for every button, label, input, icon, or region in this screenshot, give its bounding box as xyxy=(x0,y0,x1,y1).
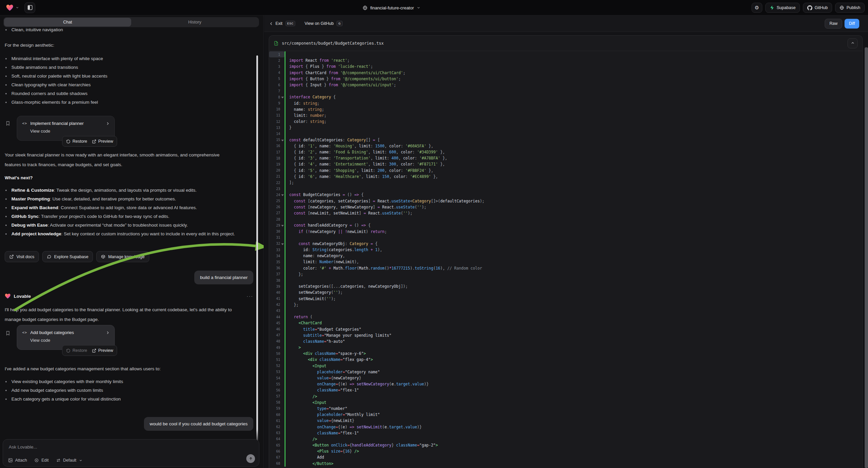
code-line: 28 xyxy=(269,216,862,222)
view-code-link[interactable]: View code xyxy=(17,126,115,134)
code-line: 57 /> xyxy=(269,393,862,400)
diff-toggle-button[interactable]: Diff xyxy=(844,19,859,29)
list-item: Subtle animations and transitions xyxy=(5,63,246,72)
code-line: 51 <div className="flex gap-4"> xyxy=(269,356,862,362)
restore-button[interactable]: Restore xyxy=(66,348,87,353)
code-line: 64 /> xyxy=(269,436,862,442)
whats-next-list: Refine & Customize: Tweak the design, an… xyxy=(5,186,240,238)
list-item: Master Prompting: Use clear, detailed, a… xyxy=(5,195,240,203)
code-line: 38 xyxy=(269,277,862,283)
raw-toggle-button[interactable]: Raw xyxy=(825,19,842,29)
file-header: src/components/budget/BudgetCategories.t… xyxy=(269,36,862,51)
assistant-paragraph: Your sleek financial planner is now read… xyxy=(5,150,221,170)
version-card-title: Implement financial planner xyxy=(30,121,84,126)
code-line: 6import { Input } from '@/components/ui/… xyxy=(269,82,862,88)
user-message-bubble: build a financial planner xyxy=(194,271,253,284)
file-path: src/components/budget/BudgetCategories.t… xyxy=(282,41,383,46)
code-line: 20 { id: '5', name: 'Shopping', limit: 2… xyxy=(269,168,862,174)
code-line: 41 setNewLimit(''); xyxy=(269,296,862,302)
github-button[interactable]: GitHub xyxy=(803,3,832,13)
code-line: 13} xyxy=(269,124,862,130)
code-lines: 12import React from 'react';3import { Pl… xyxy=(269,51,862,468)
supabase-button[interactable]: Supabase xyxy=(765,3,800,13)
code-line: 65 <Button onClick={handleAddCategory} c… xyxy=(269,442,862,448)
project-selector[interactable]: financial-future-creator xyxy=(362,0,421,16)
code-line: 56 className="flex-1" xyxy=(269,387,862,393)
list-item: Soft, neutral color palette with light b… xyxy=(5,72,246,81)
code-line: 49 > xyxy=(269,345,862,351)
view-on-github-button[interactable]: View on GitHub xyxy=(305,21,334,26)
explore-supabase-button[interactable]: Explore Supabase xyxy=(42,251,93,262)
bookmark-icon[interactable] xyxy=(5,120,10,126)
model-selector[interactable]: Default xyxy=(56,458,83,463)
logo-chevron-down-icon[interactable] xyxy=(16,6,19,9)
code-line: 44 return ( xyxy=(269,314,862,320)
bookmark-icon[interactable] xyxy=(5,330,10,336)
restore-button[interactable]: Restore xyxy=(66,139,87,144)
code-line: 46 title="Budget Categories" xyxy=(269,326,862,332)
chevron-right-icon[interactable] xyxy=(106,121,110,125)
code-line: 58 <Input xyxy=(269,400,862,406)
manage-knowledge-button[interactable]: Manage knowledge xyxy=(96,251,149,262)
chevron-up-icon xyxy=(850,41,855,45)
list-item: Debug with Ease: Activate our experiment… xyxy=(5,221,240,230)
list-item: View existing budget categories with the… xyxy=(5,377,246,386)
chevron-right-icon[interactable] xyxy=(106,331,110,335)
code-line: 48 className="h-auto" xyxy=(269,339,862,345)
code-line: 14 xyxy=(269,130,862,137)
list-item: Expand with Backend: Connect Supabase to… xyxy=(5,203,240,212)
code-line: 34 name: newCategory, xyxy=(269,253,862,259)
code-line: 15const defaultCategories: Category[] = … xyxy=(269,137,862,143)
code-line: 19 { id: '4', name: 'Entertainment', lim… xyxy=(269,161,862,167)
code-line: 22]; xyxy=(269,180,862,186)
preview-button[interactable]: Preview xyxy=(92,139,113,144)
code-line: 24const BudgetCategories = () => { xyxy=(269,192,862,198)
code-line: 5import { Button } from '@/components/ui… xyxy=(269,76,862,82)
list-item: Refine & Customize: Tweak the design, an… xyxy=(5,186,240,195)
publish-button[interactable]: Publish xyxy=(835,3,865,13)
attach-button[interactable]: Attach xyxy=(8,458,27,463)
restore-preview-toolbar: Restore Preview xyxy=(62,136,117,147)
github-icon xyxy=(807,5,812,10)
code-line: 27 const [newLimit, setNewLimit] = React… xyxy=(269,210,862,216)
visit-docs-button[interactable]: Visit docs xyxy=(5,251,39,262)
code-scrollbar[interactable] xyxy=(865,47,868,468)
exit-button[interactable]: Exit xyxy=(276,21,282,26)
globe-icon xyxy=(362,5,367,10)
code-line: 53 placeholder="Category name" xyxy=(269,369,862,375)
code-line: 29 const handleAddCategory = () => { xyxy=(269,222,862,228)
supabase-bolt-icon xyxy=(770,5,774,10)
code-line: 23 xyxy=(269,186,862,192)
code-icon: <> xyxy=(22,121,27,125)
collapse-file-button[interactable] xyxy=(847,38,858,48)
chat-input-box[interactable]: Ask Lovable... Attach Edit Default xyxy=(3,439,259,467)
arrow-up-icon xyxy=(249,457,253,461)
message-options-ellipsis[interactable]: ··· xyxy=(247,293,253,299)
lovable-logo-heart-icon[interactable] xyxy=(6,4,13,11)
list-item: Minimalist interface with plenty of whit… xyxy=(5,54,246,63)
code-line: 66 <Plus size={16} /> xyxy=(269,448,862,454)
design-bullet-list: Minimalist interface with plenty of whit… xyxy=(5,54,246,107)
code-line: 9 id: string; xyxy=(269,100,862,107)
edit-mode-button[interactable]: Edit xyxy=(34,458,49,463)
file-added-icon xyxy=(274,40,278,46)
g-kbd: G xyxy=(337,21,342,26)
preview-button[interactable]: Preview xyxy=(92,348,113,353)
design-heading: For the design aesthetic: xyxy=(5,40,54,50)
feature-bullet-list: View existing budget categories with the… xyxy=(5,377,246,404)
chat-scrollbar[interactable] xyxy=(256,55,258,445)
settings-button[interactable]: ⚙ xyxy=(751,3,762,13)
sidebar-toggle-button[interactable] xyxy=(25,2,35,13)
list-item: Each category gets a unique color for vi… xyxy=(5,395,246,404)
code-line: 59 type="number" xyxy=(269,406,862,412)
chevron-left-icon[interactable] xyxy=(269,22,274,26)
send-button[interactable] xyxy=(246,454,255,463)
list-item: Clean, intuitive navigation xyxy=(5,26,246,34)
code-line: 61 value={newLimit} xyxy=(269,418,862,424)
code-line: 33 id: String(categories.length + 1), xyxy=(269,247,862,253)
code-line: 35 limit: Number(newLimit), xyxy=(269,259,862,265)
code-line: 18 { id: '3', name: 'Transportation', li… xyxy=(269,155,862,161)
code-line: 25 const [categories, setCategories] = R… xyxy=(269,198,862,204)
code-line: 37 }; xyxy=(269,271,862,277)
view-code-link[interactable]: View code xyxy=(17,335,115,343)
